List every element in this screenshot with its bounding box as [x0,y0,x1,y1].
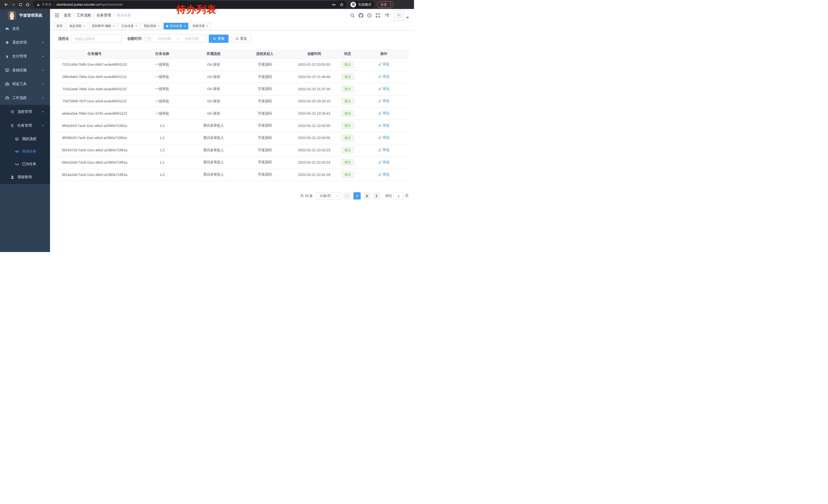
browser-back-button[interactable] [3,1,10,8]
browser-forward-button[interactable] [10,1,17,8]
sidebar: 芋道管理系统 首页 系统管理 ¥ 支付管理 基础设施 研发工具 工作流程 流程管… [0,9,50,252]
approve-label: 审批 [383,62,389,67]
page-size-select[interactable]: 10条/页 [316,192,341,199]
tab-start-process[interactable]: 发起流程 × [67,23,88,30]
close-icon[interactable]: × [158,24,160,28]
sidebar-item-label: 请假查询 [17,175,32,179]
create-time-cell: 2022-01-22 18:25:41 [292,107,336,120]
sidebar-item-process-mgmt[interactable]: 流程管理 [0,105,50,119]
tab-home[interactable]: 首页 [54,23,65,30]
sidebar-item-system[interactable]: 系统管理 [0,36,50,49]
bookmark-star-icon[interactable] [340,3,344,7]
end-date-placeholder[interactable]: 结束日期 [180,36,203,41]
task-id-cell: 580e1b3d-7ac8-11ec-a9e2-a2380e71991a [54,156,135,169]
page-button-1[interactable]: 1 [354,192,361,199]
fullscreen-icon[interactable] [376,13,380,18]
column-header: 流程发起人 [237,49,292,58]
list-icon [10,110,14,114]
create-time-cell: 2022-01-21 22:41:29 [292,169,336,181]
close-icon[interactable]: × [135,24,137,28]
task-id-cell: a6aba0a4-7b6d-11ec-b781-acde48001122 [54,107,135,120]
goto-label: 前往 [385,193,392,198]
font-size-icon[interactable]: TT [384,13,390,18]
key-icon[interactable] [332,3,336,7]
tab-done-tasks[interactable]: 已办任务 × [119,23,140,30]
browser-reload-button[interactable] [17,1,24,8]
search-button[interactable]: 搜索 [209,35,229,43]
refresh-icon [236,37,239,41]
approve-link[interactable]: 审批 [378,74,389,79]
breadcrumb-item[interactable]: 首页 [64,13,71,18]
date-range-picker[interactable]: 开始日期 - 结束日期 [144,35,206,43]
browser-home-button[interactable] [24,1,31,8]
table-row: 75d72608-7b7f-11ec-a3c8-acde48001122 一级审… [54,95,409,107]
approve-link[interactable]: 审批 [378,111,389,116]
edit-pencil-icon [378,111,382,115]
close-icon[interactable]: × [113,24,115,28]
user-avatar[interactable] [394,10,404,20]
approve-link[interactable]: 审批 [378,135,389,140]
sidebar-item-task-mgmt[interactable]: 任务管理 [0,119,50,133]
tab-my-process[interactable]: 我的流程 × [141,23,162,30]
date-range-separator: - [176,37,180,41]
tab-todo-tasks[interactable]: 待办任务 × [164,23,188,30]
calendar-icon [147,37,151,41]
edit-pencil-icon [378,124,382,127]
approve-link[interactable]: 审批 [378,87,389,91]
process-name-input[interactable] [72,35,122,43]
approve-link[interactable]: 审批 [378,62,389,67]
app-title: 芋道管理系统 [19,13,42,18]
avatar-caret-icon[interactable] [406,17,409,18]
status-badge: 激活 [342,110,354,117]
github-icon[interactable] [359,13,363,18]
filter-form: 流程名 创建时间 开始日期 - 结束日期 搜索 重置 [58,35,409,43]
approve-label: 审批 [383,148,389,152]
breadcrumb-item[interactable]: 工作流程 [77,13,91,18]
approve-label: 审批 [383,87,389,91]
approve-link[interactable]: 审批 [378,172,389,177]
app-logo[interactable]: 芋道管理系统 [0,9,50,22]
task-id-cell: 75d72608-7b7f-11ec-a3c8-acde48001122 [54,95,135,107]
sidebar-item-payment[interactable]: ¥ 支付管理 [0,49,50,63]
process-cell: 测试多审批人 [190,120,237,132]
prev-page-button[interactable] [344,192,351,199]
sidebar-item-home[interactable]: 首页 [0,22,50,36]
close-icon[interactable]: × [206,24,208,28]
sidebar-item-infra[interactable]: 基础设施 [0,63,50,77]
menu-fold-icon[interactable] [55,13,59,18]
sidebar-item-done-tasks[interactable]: 已办任务 [0,158,50,170]
tab-form-edit[interactable]: 流程表单-编辑 × [89,23,118,30]
next-page-button[interactable] [373,192,380,199]
chevron-up-icon [41,124,45,127]
browser-update-button[interactable]: 更新 [377,1,394,8]
search-icon[interactable] [350,13,355,18]
approve-link[interactable]: 审批 [378,123,389,128]
close-icon[interactable]: × [83,24,85,28]
close-icon[interactable]: × [184,24,186,28]
url-host: dashboard.yudao.iocoder.cn [56,3,100,6]
sidebar-item-workflow[interactable]: 工作流程 [0,91,50,105]
security-label[interactable]: 不安全 [42,2,51,7]
tab-process-detail[interactable]: 流程详情 × [190,23,211,30]
process-cell: 测试多审批人 [190,169,237,181]
incognito-label: 无痕模式 [358,2,371,7]
sidebar-item-my-process[interactable]: 我的流程 [0,133,50,145]
help-icon[interactable]: ? [367,13,372,18]
sidebar-item-leave-query[interactable]: 请假查询 [0,170,50,184]
logo-rabbit-image [8,11,16,20]
approve-link[interactable]: 审批 [378,99,389,103]
approve-link[interactable]: 审批 [378,160,389,165]
approve-link[interactable]: 审批 [378,148,389,152]
page-button-2[interactable]: 2 [363,192,370,199]
search-icon [213,37,216,41]
browser-menu-icon[interactable] [389,3,392,6]
start-date-placeholder[interactable]: 开始日期 [153,36,176,41]
sidebar-item-todo-tasks[interactable]: 待办任务 [0,145,50,158]
column-header: 任务名称 [135,49,190,58]
address-bar[interactable]: 不安全 dashboard.yudao.iocoder.cn/bpm/task/… [33,1,347,8]
sidebar-item-devtools[interactable]: 研发工具 [0,77,50,91]
goto-page-input[interactable] [394,192,404,199]
breadcrumb-item: 待办任务 [117,13,131,18]
breadcrumb-item[interactable]: 任务管理 [97,13,111,18]
reset-button[interactable]: 重置 [232,35,251,43]
